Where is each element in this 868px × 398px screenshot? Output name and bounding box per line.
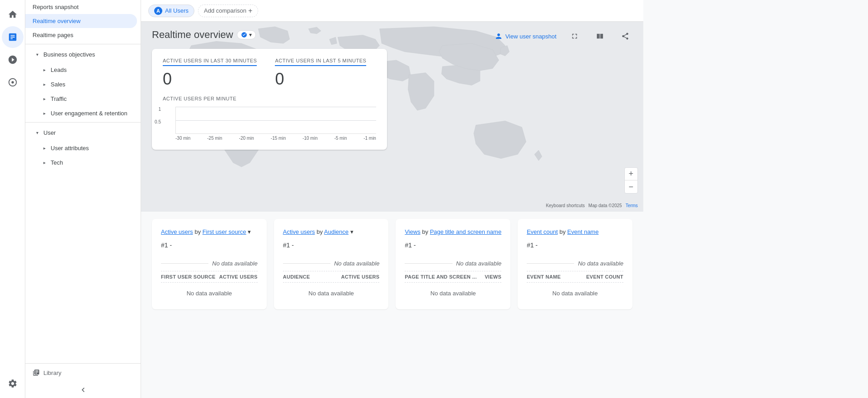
card-2-title: Active users by Audience ▾ — [283, 228, 380, 236]
event-name-card: Event count by Event name #1 - No data a… — [518, 219, 632, 309]
sidebar-item-realtime-pages[interactable]: Realtime pages — [25, 28, 137, 42]
sidebar-item-user-engagement[interactable]: ▸ User engagement & retention — [25, 106, 141, 120]
collapse-sidebar-button[interactable] — [25, 382, 141, 398]
card-2-no-data-row: No data available — [283, 256, 380, 271]
per-minute-label: ACTIVE USERS PER MINUTE — [163, 96, 376, 101]
filter-chip-icon: A — [154, 7, 162, 15]
chart-icon[interactable] — [2, 26, 24, 48]
zoom-in-button[interactable]: + — [625, 168, 637, 180]
mini-chart — [175, 107, 376, 134]
chevron-right-icon: ▸ — [40, 109, 49, 118]
keyboard-shortcuts-link[interactable]: Keyboard shortcuts — [546, 203, 585, 208]
sidebar-item-user-attributes[interactable]: ▸ User attributes — [25, 141, 141, 155]
child-label: Leads — [51, 66, 66, 73]
map-zoom-controls: + − — [624, 167, 638, 194]
section-label: User — [43, 129, 56, 136]
sidebar-item-realtime-overview[interactable]: Realtime overview — [25, 14, 137, 28]
chart-y-mid: 0.5 — [155, 119, 163, 124]
all-users-filter-chip[interactable]: A All Users — [148, 5, 194, 17]
zoom-out-button[interactable]: − — [625, 180, 637, 193]
view-user-snapshot-button[interactable]: View user snapshot — [495, 32, 557, 40]
card-4-title-prefix[interactable]: Event count — [527, 228, 558, 235]
status-badge[interactable]: ▾ — [237, 30, 256, 39]
card-3-title-dimension[interactable]: Page title and screen name — [430, 228, 501, 235]
chevron-right-icon: ▸ — [40, 65, 49, 74]
broadcast-icon[interactable] — [2, 49, 24, 71]
sidebar-nav: Reports snapshot Realtime overview Realt… — [25, 0, 141, 182]
person-icon — [495, 32, 503, 40]
chart-y-max: 1 — [158, 107, 163, 112]
page-title-bar: Realtime overview ▾ — [152, 29, 256, 41]
card-1-col1-header: FIRST USER SOURCE — [161, 274, 216, 280]
chevron-right-icon: ▸ — [40, 158, 49, 167]
chart-top-line — [176, 107, 376, 107]
card-1-title: Active users by First user source ▾ — [161, 228, 258, 236]
add-comparison-button[interactable]: Add comparison + — [198, 5, 258, 17]
target-icon[interactable] — [2, 71, 24, 93]
child-label: Tech — [51, 159, 63, 166]
view-snapshot-controls: View user snapshot — [495, 29, 632, 43]
card-1-title-prefix[interactable]: Active users — [161, 228, 193, 235]
card-4-table-header: EVENT NAME EVENT COUNT — [527, 271, 623, 283]
card-3-rank: #1 - — [405, 242, 501, 249]
card-4-no-data-table: No data available — [527, 286, 623, 300]
x-label-5: -5 min — [334, 136, 347, 141]
active-users-5-block: ACTIVE USERS IN LAST 5 MINUTES 0 — [275, 58, 366, 89]
sidebar-item-reports-snapshot[interactable]: Reports snapshot — [25, 0, 137, 14]
card-2-no-data-label: No data available — [334, 260, 379, 267]
add-comparison-icon: + — [248, 7, 252, 15]
sidebar-section-user[interactable]: ▾ User — [25, 124, 141, 141]
sidebar-section-business-objectives[interactable]: ▾ Business objectives — [25, 46, 141, 62]
expand-icon — [571, 32, 579, 40]
expand-button[interactable] — [567, 29, 582, 43]
card-3-title-prefix[interactable]: Views — [405, 228, 420, 235]
card-2-no-data-table: No data available — [283, 286, 380, 300]
terms-link[interactable]: Terms — [626, 203, 638, 208]
card-4-title-dimension[interactable]: Event name — [567, 228, 599, 235]
card-1-title-by: by — [194, 228, 201, 235]
card-1-chevron[interactable]: ▾ — [248, 228, 251, 235]
columns-button[interactable] — [593, 29, 607, 43]
sidebar-item-traffic[interactable]: ▸ Traffic — [25, 91, 141, 106]
divider — [25, 122, 141, 123]
chevron-down-icon: ▾ — [33, 50, 42, 59]
share-button[interactable] — [618, 29, 632, 43]
audience-card: Active users by Audience ▾ #1 - No data … — [274, 219, 389, 309]
page-title-screen-card: Views by Page title and screen name #1 -… — [396, 219, 510, 309]
chevron-right-icon: ▸ — [40, 143, 49, 152]
card-1-rank: #1 - — [161, 242, 258, 249]
x-label-1: -25 min — [207, 136, 222, 141]
chevron-right-icon: ▸ — [40, 80, 49, 89]
home-icon[interactable] — [2, 4, 24, 25]
card-2-title-dimension[interactable]: Audience — [324, 228, 349, 235]
active-users-5-label: ACTIVE USERS IN LAST 5 MINUTES — [275, 58, 366, 66]
sidebar: Reports snapshot Realtime overview Realt… — [25, 0, 141, 398]
card-4-title: Event count by Event name — [527, 228, 623, 236]
child-label: User engagement & retention — [51, 110, 127, 117]
card-3-col2-header: VIEWS — [485, 274, 501, 280]
main-content: A All Users Add comparison + — [141, 0, 643, 398]
card-1-no-data-row: No data available — [161, 256, 258, 271]
card-4-col1-header: EVENT NAME — [527, 274, 561, 280]
content-area: Realtime overview ▾ View user snapshot — [141, 22, 643, 398]
sidebar-item-leads[interactable]: ▸ Leads — [25, 62, 141, 77]
card-1-title-dimension[interactable]: First user source — [203, 228, 246, 235]
card-3-table-header: PAGE TITLE AND SCREEN ... VIEWS — [405, 271, 501, 283]
card-4-rank: #1 - — [527, 242, 623, 249]
card-1-col2-header: ACTIVE USERS — [219, 274, 258, 280]
card-1-no-data-label: No data available — [212, 260, 257, 267]
chevron-down-icon: ▾ — [33, 128, 42, 137]
x-label-6: -1 min — [363, 136, 376, 141]
stats-card: ACTIVE USERS IN LAST 30 MINUTES 0 ACTIVE… — [152, 49, 387, 150]
card-2-chevron[interactable]: ▾ — [350, 228, 354, 235]
sidebar-item-sales[interactable]: ▸ Sales — [25, 77, 141, 91]
sidebar-library[interactable]: Library — [25, 363, 141, 382]
map-data-text: Map data ©2025 — [589, 203, 622, 208]
section-label: Business objectives — [43, 51, 95, 58]
card-2-title-prefix[interactable]: Active users — [283, 228, 315, 235]
settings-icon[interactable] — [2, 373, 24, 394]
page-title: Realtime overview — [152, 29, 233, 41]
sidebar-item-tech[interactable]: ▸ Tech Tech — [25, 155, 141, 170]
library-label: Library — [43, 370, 61, 376]
x-label-4: -10 min — [302, 136, 317, 141]
